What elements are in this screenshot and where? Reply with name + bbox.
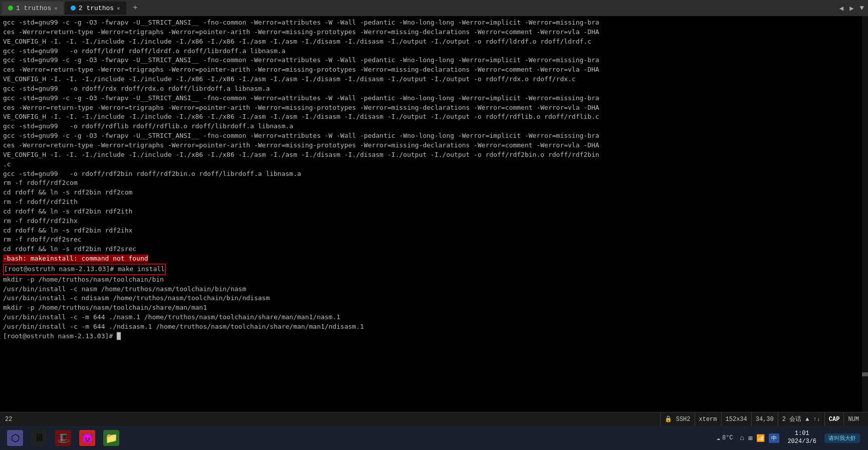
terminal-content: gcc -std=gnu99 -c -g -O3 -fwrapv -U__STR… bbox=[3, 18, 865, 410]
app-icon-3: 🎩 bbox=[55, 430, 71, 446]
taskbar-app-1[interactable]: ⬡ bbox=[4, 428, 26, 448]
tab-prev-button[interactable]: ◀ bbox=[837, 3, 845, 14]
status-position: 34,30 bbox=[756, 416, 774, 423]
status-terminal-section: xterm bbox=[695, 412, 721, 426]
weather-temp: 8°C bbox=[722, 434, 733, 441]
tab-1-label: 1 truthos bbox=[16, 5, 51, 12]
status-lock-section: 🔒 SSH2 bbox=[660, 412, 695, 426]
lock-icon: 🔒 bbox=[665, 415, 672, 423]
systray: ☁ 8°C ⌂ ⊞ 📶 中 1:01 2024/3/6 请叫我大虾 bbox=[710, 430, 864, 445]
tab-1[interactable]: 1 truthos ✕ bbox=[2, 2, 64, 15]
status-dimensions-section: 152x34 bbox=[721, 412, 751, 426]
clock-date: 2024/3/6 bbox=[787, 438, 816, 446]
scroll-thumb[interactable] bbox=[862, 372, 868, 376]
status-terminal-type: xterm bbox=[699, 416, 717, 423]
app-icon-2: 🖥 bbox=[31, 430, 47, 446]
status-dimensions: 152x34 bbox=[726, 416, 747, 423]
status-row-number: 22 bbox=[5, 416, 12, 423]
clock[interactable]: 1:01 2024/3/6 bbox=[783, 430, 820, 445]
ime-button[interactable]: 中 bbox=[769, 433, 779, 443]
taskbar-app-3[interactable]: 🎩 bbox=[52, 428, 74, 448]
network-icon: ⌂ bbox=[740, 434, 744, 442]
status-cap-section: CAP bbox=[824, 412, 844, 426]
tab-2[interactable]: 2 truthos ✕ bbox=[65, 2, 126, 15]
status-cap: CAP bbox=[829, 416, 840, 423]
status-sessions-section: 2 会话 ▲ ↑↓ bbox=[778, 412, 824, 426]
app-icon-4: 😈 bbox=[79, 430, 95, 446]
status-sessions-arrows: ↑↓ bbox=[813, 416, 820, 423]
cloud-icon: ☁ bbox=[717, 434, 720, 442]
weather-widget[interactable]: ☁ 8°C bbox=[714, 434, 736, 442]
tab-navigation: ◀ ▶ ▼ bbox=[837, 3, 866, 14]
tab-bar: 1 truthos ✕ 2 truthos ✕ + ◀ ▶ ▼ bbox=[0, 0, 868, 16]
status-sessions: 2 会话 bbox=[782, 415, 801, 423]
status-row: 22 bbox=[5, 416, 25, 423]
terminal-area[interactable]: gcc -std=gnu99 -c -g -O3 -fwrapv -U__STR… bbox=[0, 16, 868, 412]
tab-2-close[interactable]: ✕ bbox=[117, 5, 120, 12]
taskbar: ⬡ 🖥 🎩 😈 📁 ☁ 8°C ⌂ ⊞ 📶 中 1:01 bbox=[0, 426, 868, 450]
status-num: NUM bbox=[848, 416, 859, 423]
app-icon-1: ⬡ bbox=[7, 430, 23, 446]
app-icon-5: 📁 bbox=[103, 430, 119, 446]
tab-2-label: 2 truthos bbox=[79, 5, 114, 12]
tab-add-button[interactable]: + bbox=[129, 2, 141, 14]
windows-icon: ⊞ bbox=[748, 434, 752, 442]
status-num-section: NUM bbox=[843, 412, 863, 426]
status-protocol: SSH2 bbox=[676, 416, 691, 423]
tab-menu-button[interactable]: ▼ bbox=[858, 3, 866, 14]
status-position-section: 34,30 bbox=[751, 412, 778, 426]
scrollbar[interactable] bbox=[862, 16, 868, 412]
status-sessions-up[interactable]: ▲ bbox=[805, 416, 809, 423]
notification-label: 请叫我大虾 bbox=[828, 435, 856, 441]
tab-next-button[interactable]: ▶ bbox=[847, 3, 855, 14]
tab-dot-2 bbox=[71, 6, 76, 11]
status-bar: 22 🔒 SSH2 xterm 152x34 34,30 2 会话 ▲ ↑↓ C… bbox=[0, 412, 868, 426]
tab-dot-1 bbox=[8, 6, 13, 11]
taskbar-app-5[interactable]: 📁 bbox=[100, 428, 122, 448]
ime-label: 中 bbox=[771, 435, 777, 441]
taskbar-app-4[interactable]: 😈 bbox=[76, 428, 98, 448]
wifi-icon: 📶 bbox=[756, 434, 765, 442]
taskbar-app-2[interactable]: 🖥 bbox=[28, 428, 50, 448]
tab-1-close[interactable]: ✕ bbox=[54, 5, 58, 12]
clock-time: 1:01 bbox=[795, 430, 809, 438]
notification-area[interactable]: 请叫我大虾 bbox=[824, 433, 860, 443]
terminal-output: gcc -std=gnu99 -c -g -O3 -fwrapv -U__STR… bbox=[3, 18, 865, 341]
